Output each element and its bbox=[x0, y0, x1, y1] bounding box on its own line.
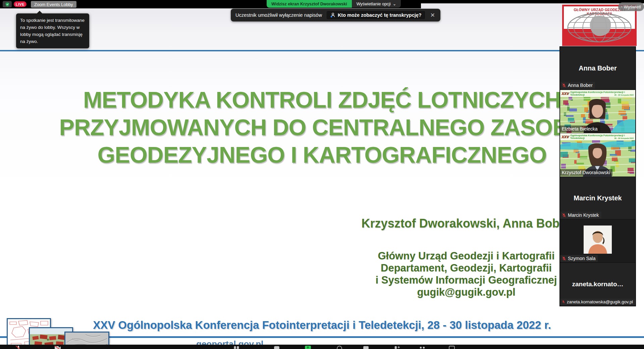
shield-icon bbox=[5, 2, 10, 7]
banner-dates: 28 - 30 listopada 2022 bbox=[614, 94, 634, 96]
captions-icon[interactable] bbox=[363, 346, 369, 349]
muted-mic-toolbar-icon[interactable] bbox=[15, 346, 21, 349]
globe-icon bbox=[566, 12, 633, 43]
zoom-meeting-window: LIVE Zoom Events Lobby To spotkanie jest… bbox=[0, 0, 644, 349]
transcript-permission-label: Kto może zobaczyć tę transkrypcję? bbox=[338, 12, 422, 18]
profile-photo bbox=[584, 226, 612, 254]
whiteboard-icon[interactable] bbox=[449, 346, 455, 349]
participant-tile-active-speaker[interactable]: XXV Ogólnopolska Konferencja Fotointerpr… bbox=[560, 133, 635, 177]
invite-icon[interactable] bbox=[393, 346, 400, 349]
view-options-button[interactable]: Wyświetlanie opcji ⌄ bbox=[352, 0, 401, 8]
conference-banner: XXV Ogólnopolska Konferencja Fotointerpr… bbox=[560, 133, 635, 140]
view-button-label: Wyświetl bbox=[624, 4, 641, 9]
transcript-permission-button[interactable]: Kto może zobaczyć tę transkrypcję? bbox=[326, 10, 426, 20]
grid-view-icon bbox=[621, 5, 622, 9]
muted-mic-icon bbox=[562, 300, 565, 304]
participants-panel: Anna Bober Anna Bober bbox=[559, 46, 636, 306]
participant-name-chip: Krzysztof Dworakowski bbox=[560, 169, 612, 176]
xxv-logo: XXV bbox=[561, 135, 569, 139]
banner-dates: 28 - 30 listopada 2022 bbox=[614, 137, 634, 139]
top-bar-right bbox=[421, 0, 644, 3]
participant-tile[interactable]: XXV Ogólnopolska Konferencja Fotointerpr… bbox=[560, 90, 635, 133]
participant-name-label: Szymon Sala bbox=[568, 256, 595, 261]
chat-icon[interactable] bbox=[274, 346, 280, 349]
participant-name-label: Elzbieta Bielecka bbox=[562, 126, 598, 132]
participant-tile[interactable]: Anna Bober Anna Bober bbox=[560, 47, 635, 89]
share-status-text: Widzisz ekran Krzysztof Dworakowski bbox=[267, 0, 352, 8]
participant-name-label: Anna Bober bbox=[568, 83, 593, 88]
participant-name-label: Krzysztof Dworakowski bbox=[562, 170, 610, 175]
muted-mic-icon bbox=[562, 256, 566, 261]
participant-tile[interactable]: Marcin Krystek Marcin Krystek bbox=[560, 177, 635, 219]
zoom-events-lobby-button[interactable]: Zoom Events Lobby bbox=[31, 1, 76, 8]
conference-footer: XXV Ogólnopolska Konferencja Fotointerpr… bbox=[34, 319, 610, 332]
view-layout-button[interactable]: Wyświetl bbox=[618, 2, 644, 11]
screen-share-bar: Widzisz ekran Krzysztof Dworakowski Wyśw… bbox=[267, 0, 401, 8]
slide-top-rule bbox=[0, 50, 644, 51]
participant-name-chip: Szymon Sala bbox=[560, 255, 598, 262]
record-icon[interactable] bbox=[337, 346, 342, 349]
chevron-down-icon: ⌄ bbox=[393, 1, 396, 6]
view-options-label: Wyświetlanie opcji bbox=[357, 2, 391, 6]
muted-mic-icon bbox=[562, 83, 566, 88]
partial-url-text: geoportal.gov.pl bbox=[196, 339, 354, 345]
person-icon bbox=[330, 12, 335, 18]
participant-name-chip: Elzbieta Bielecka bbox=[560, 126, 600, 132]
zoom-toolbar bbox=[0, 345, 644, 349]
xxv-logo: XXV bbox=[561, 92, 569, 96]
apps-icon[interactable] bbox=[419, 346, 425, 349]
slide-title-line1: METODYKA KONTROLI ZDJĘĆ LOTNICZYCH bbox=[20, 86, 624, 113]
close-icon[interactable]: ✕ bbox=[430, 12, 436, 18]
participant-name-label: Marcin Krystek bbox=[568, 212, 599, 218]
participant-name-chip: zaneta.kornatowska@gugik.gov.pl bbox=[560, 299, 635, 305]
caption-notification-toast: Uczestnik umożliwił wyłączenie napisów K… bbox=[231, 9, 440, 21]
participant-name-chip: Anna Bober bbox=[560, 82, 595, 89]
caption-toast-text: Uczestnik umożliwił wyłączenie napisów bbox=[235, 12, 322, 18]
security-shield-button[interactable] bbox=[3, 1, 12, 7]
participant-tile[interactable]: zaneta.kornato… zaneta.kornatowska@gugik… bbox=[560, 263, 635, 306]
conference-banner: XXV Ogólnopolska Konferencja Fotointerpr… bbox=[560, 90, 635, 97]
slide-title: METODYKA KONTROLI ZDJĘĆ LOTNICZYCH PRZYJ… bbox=[20, 86, 624, 168]
slide-title-line3: GEODEZYJNEGO I KARTOGRAFICZNEGO bbox=[20, 141, 624, 168]
share-screen-icon[interactable] bbox=[305, 346, 311, 349]
participant-name-label: zaneta.kornatowska@gugik.gov.pl bbox=[567, 299, 633, 304]
stopped-video-toolbar-icon[interactable] bbox=[54, 346, 61, 349]
participant-name-chip: Marcin Krystek bbox=[560, 212, 601, 218]
slide-title-line2: PRZYJMOWANYCH DO CENTRALNEGO ZASOBU bbox=[20, 113, 624, 141]
participant-tile[interactable]: Szymon Sala bbox=[560, 219, 635, 262]
participants-icon[interactable] bbox=[233, 346, 241, 349]
muted-mic-icon bbox=[562, 213, 566, 217]
lobby-tooltip: To spotkanie jest transmitowane na żywo … bbox=[16, 13, 89, 48]
live-badge: LIVE bbox=[14, 1, 26, 7]
